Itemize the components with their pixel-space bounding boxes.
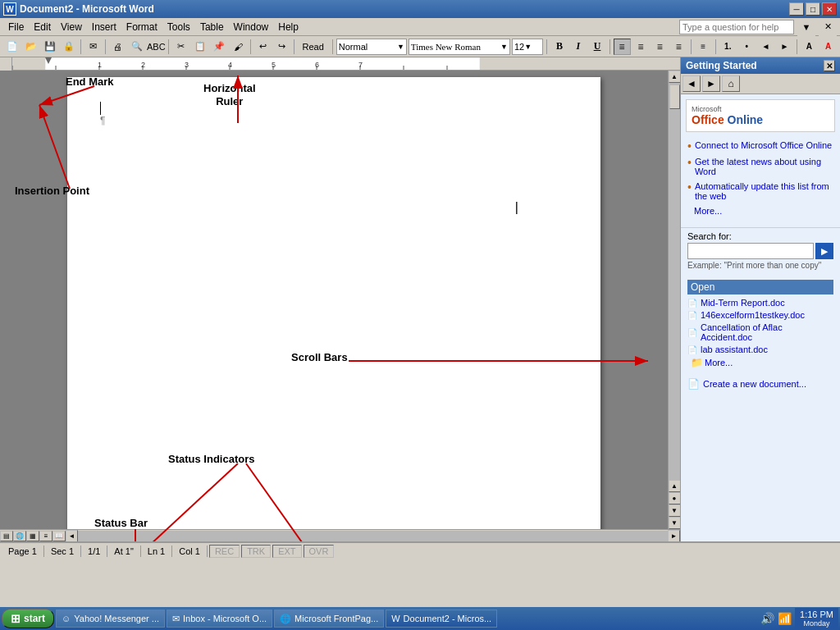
ruler-svg: 1 2 3 4 5 6 7 [12,57,680,70]
permission-button[interactable]: 🔒 [60,38,77,56]
align-left-button[interactable]: ≡ [614,39,631,55]
taskbar-item-yahoo[interactable]: ☺ Yahoo! Messenger ... [56,609,165,628]
numbering-button[interactable]: 1. [719,39,737,55]
taskbar-item-inbox[interactable]: ✉ Inbox - Microsoft O... [167,609,272,628]
line-spacing-button[interactable]: ≡ [695,39,712,55]
menu-edit[interactable]: Edit [29,20,56,34]
normal-view-button[interactable]: ▤ [0,531,13,541]
panel-link-3[interactable]: Automatically update this list from the … [687,181,833,201]
new-document-link[interactable]: 📄 Create a new document... [687,378,833,390]
horizontal-scrollbar[interactable]: ▤ 🌐 ▦ ≡ 📖 ◄ ► [0,529,680,541]
new-button[interactable]: 📄 [3,38,21,56]
style-dropdown[interactable]: Normal▼ [336,39,407,55]
menu-format[interactable]: Format [121,20,162,34]
scroll-down-button[interactable]: ▼ [669,517,681,529]
taskbar-item-frontpage[interactable]: 🌐 Microsoft FrontPag... [274,609,384,628]
document-page[interactable]: ¶ | [67,77,600,529]
panel-home-button[interactable]: ⌂ [722,75,740,92]
svg-text:5: 5 [272,61,276,69]
menu-window[interactable]: Window [229,20,274,34]
italic-button[interactable]: I [569,39,587,55]
bold-button[interactable]: B [550,39,568,55]
file-link-2[interactable]: 📄 146excelform1testkey.doc [687,310,833,320]
yahoo-icon: ☺ [62,614,71,623]
hscroll-left-button[interactable]: ◄ [66,530,78,542]
redo-button[interactable]: ↪ [273,38,290,56]
copy-button[interactable]: 📋 [191,38,208,56]
vertical-scrollbar[interactable]: ▲ ▲ ● ▼ ▼ [668,71,680,529]
help-search-input[interactable] [679,20,794,34]
font-dropdown[interactable]: Times New Roman▼ [409,39,510,55]
scroll-thumb[interactable] [669,84,680,109]
web-view-button[interactable]: 🌐 [13,531,26,541]
menu-tools[interactable]: Tools [162,20,195,34]
undo-button[interactable]: ↩ [254,38,272,56]
open-button[interactable]: 📂 [22,38,39,56]
scroll-prev-page-button[interactable]: ▲ [669,480,681,492]
panel-back-button[interactable]: ◄ [682,75,701,92]
reading-view-button[interactable]: 📖 [52,531,66,541]
start-button[interactable]: ⊞ start [2,609,54,628]
file-icon-1: 📄 [687,299,697,308]
status-ovr: OVR [304,545,335,558]
print-button[interactable]: 🖨 [109,38,126,56]
menu-view[interactable]: View [56,20,87,34]
read-button[interactable]: Read [298,38,329,56]
print-view-button[interactable]: ▦ [26,531,39,541]
horizontal-ruler: 1 2 3 4 5 6 7 [0,57,680,71]
paste-button[interactable]: 📌 [210,38,227,56]
save-button[interactable]: 💾 [41,38,58,56]
spelling-button[interactable]: ABC [147,38,165,56]
menu-help[interactable]: Help [273,20,304,34]
minimize-button[interactable]: ─ [789,2,804,16]
maximize-button[interactable]: □ [806,2,820,16]
panel-link-2[interactable]: Get the latest news about using Word [687,157,833,176]
hscroll-track[interactable] [78,531,668,541]
status-sec: Sec 1 [46,546,79,557]
justify-button[interactable]: ≡ [670,39,687,55]
title-bar-controls[interactable]: ─ □ ✕ [789,2,837,16]
status-ln: Ln 1 [143,546,170,557]
panel-more-link[interactable]: More... [694,206,833,216]
email-button[interactable]: ✉ [84,38,102,56]
panel-search-go-button[interactable]: ▶ [815,243,833,259]
panel-link-1[interactable]: Connect to Microsoft Office Online [687,140,833,152]
panel-forward-button[interactable]: ► [702,75,720,92]
help-close-button[interactable]: ✕ [819,18,837,36]
menu-file[interactable]: File [3,20,29,34]
font-color-button[interactable]: A [819,39,837,55]
align-center-button[interactable]: ≡ [632,39,650,55]
hscroll-right-button[interactable]: ► [668,530,680,542]
align-right-button[interactable]: ≡ [651,39,669,55]
scroll-select-object-button[interactable]: ● [669,492,681,504]
frontpage-icon: 🌐 [280,614,291,624]
font-size-dropdown[interactable]: 12▼ [512,39,543,55]
decrease-indent-button[interactable]: ◄ [757,39,774,55]
help-search-button[interactable]: ▼ [797,18,815,36]
close-button[interactable]: ✕ [822,2,837,16]
bullets-button[interactable]: • [738,39,756,55]
menu-table[interactable]: Table [195,20,229,34]
scroll-next-page-button[interactable]: ▼ [669,504,681,517]
scroll-up-button[interactable]: ▲ [669,71,681,83]
print-preview-button[interactable]: 🔍 [128,38,145,56]
format-painter-button[interactable]: 🖌 [229,38,246,56]
file-link-4[interactable]: 📄 lab assistant.doc [687,345,833,354]
taskbar-item-word[interactable]: W Document2 - Micros... [386,609,497,628]
file-icon-3: 📄 [687,328,697,337]
panel-open-section: Open 📄 Mid-Term Report.doc 📄 146excelfor… [681,276,840,372]
svg-text:3: 3 [185,61,189,69]
panel-close-button[interactable]: ✕ [824,60,835,71]
increase-indent-button[interactable]: ► [776,39,793,55]
file-link-3[interactable]: 📄 Cancellation of Aflac Accident.doc [687,322,833,342]
panel-files-more-link[interactable]: 📁 More... [691,357,833,368]
outline-view-button[interactable]: ≡ [39,531,52,541]
underline-button[interactable]: U [588,39,605,55]
scroll-track[interactable] [669,83,680,480]
menu-insert[interactable]: Insert [87,20,121,34]
file-link-1[interactable]: 📄 Mid-Term Report.doc [687,298,833,308]
highlight-button[interactable]: A [801,39,818,55]
toolbar-separator-7 [546,39,547,54]
panel-search-input[interactable] [687,243,814,259]
cut-button[interactable]: ✂ [172,38,189,56]
